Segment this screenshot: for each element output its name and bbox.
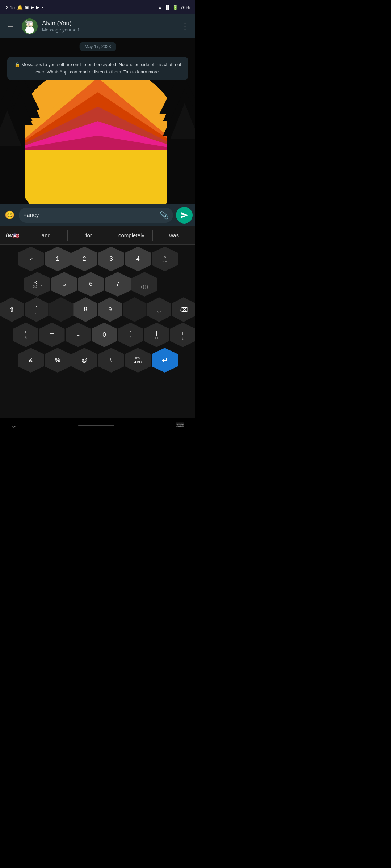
keyboard-row-5: & % @ # ¥?± ABC ↵ — [0, 348, 196, 373]
message-input-wrap[interactable]: 📎 — [19, 208, 173, 223]
key-3[interactable]: 3 — [98, 247, 124, 271]
key-4[interactable]: 4 — [125, 247, 151, 271]
message-input-bar: 😊 📎 — [0, 204, 196, 226]
key-empty-3 — [123, 297, 147, 322]
key-angle-brackets[interactable]: > < « — [152, 247, 178, 271]
svg-point-2 — [25, 26, 34, 34]
youtube-icon: ▶ — [31, 5, 34, 10]
key-backtick-star[interactable]: ` * — [118, 323, 143, 347]
key-empty-2 — [49, 297, 73, 322]
contact-name: Alvin (You) — [42, 20, 174, 27]
key-endash[interactable]: – — [66, 323, 91, 347]
svg-point-5 — [28, 23, 29, 24]
avatar-image — [22, 18, 38, 34]
keyboard-row-4: ° § — - – 0 ` * | / \ i ¿ — [13, 323, 196, 347]
suggestion-word-4[interactable]: was — [153, 232, 195, 238]
status-right: ▲ ▐▌ 🔋 76% — [158, 5, 190, 10]
status-time: 2:15 — [6, 5, 15, 10]
date-badge: May 17, 2023 — [80, 42, 116, 51]
svg-rect-28 — [177, 132, 185, 204]
notification-icon: 🔔 — [17, 5, 23, 10]
key-ampersand[interactable]: & — [18, 348, 44, 373]
key-degree-section[interactable]: ° § — [13, 323, 38, 347]
keyboard-switch-button[interactable]: ⌨ — [175, 421, 185, 429]
keyboard-row-1: ~ ^ 1 2 3 4 > < « — [0, 247, 196, 271]
key-comma-period[interactable]: ' , . — [25, 297, 49, 322]
signal-icon: ▐▌ — [164, 5, 170, 9]
battery-icon: 🔋 — [172, 5, 178, 10]
youtube2-icon: ▶ — [36, 5, 39, 10]
wifi-icon: ▲ — [158, 5, 163, 10]
nav-pill — [78, 425, 114, 426]
key-percent[interactable]: % — [45, 348, 71, 373]
swiftkey-logo: tw🇺🇸 — [0, 231, 25, 239]
back-button[interactable]: ← — [4, 19, 17, 34]
key-2[interactable]: 2 — [71, 247, 97, 271]
key-euro-dollar[interactable]: € = $ £ + ' — [24, 272, 50, 297]
key-7[interactable]: 7 — [105, 272, 131, 297]
emoji-icon: 😊 — [5, 210, 14, 220]
return-key[interactable]: ↵ — [152, 348, 178, 373]
more-options-button[interactable]: ⋮ — [178, 19, 192, 34]
svg-point-6 — [31, 23, 32, 24]
attach-button[interactable]: 📎 — [160, 211, 169, 220]
key-0[interactable]: 0 — [92, 323, 117, 347]
keyboard: ~ ^ 1 2 3 4 > < « € = $ £ + ' 5 6 7 [ ] … — [0, 245, 196, 418]
key-exclaim-question[interactable]: ! ? ' — [147, 297, 171, 322]
contact-subtitle: Message yourself — [42, 27, 174, 33]
key-1[interactable]: 1 — [45, 247, 71, 271]
key-tilde-caret[interactable]: ~ ^ — [18, 247, 44, 271]
key-at[interactable]: @ — [71, 348, 97, 373]
send-icon — [180, 211, 188, 219]
emoji-button[interactable]: 😊 — [3, 209, 16, 222]
keyboard-row-2: € = $ £ + ' 5 6 7 [ ] ( { ) } — [13, 272, 196, 297]
key-i-inverted[interactable]: i ¿ — [170, 323, 196, 347]
send-button[interactable] — [176, 207, 193, 224]
contact-info: Alvin (You) Message yourself — [42, 20, 174, 33]
key-6[interactable]: 6 — [78, 272, 104, 297]
bottom-bar: ⌄ ⌨ — [0, 418, 196, 432]
status-left: 2:15 🔔 ▣ ▶ ▶ ● — [6, 5, 43, 10]
suggestion-divider-5 — [195, 230, 196, 241]
encryption-notice[interactable]: 🔒 Messages to yourself are end-to-end en… — [7, 57, 188, 80]
sim-icon: ▣ — [25, 5, 29, 10]
key-switch-abc[interactable]: ¥?± ABC — [125, 348, 151, 373]
battery-level: 76% — [180, 5, 190, 10]
avatar[interactable] — [22, 18, 38, 34]
suggestion-bar: tw🇺🇸 and for completely was — [0, 226, 196, 245]
suggestion-word-1[interactable]: and — [25, 232, 67, 238]
keyboard-row-3: ⇧ ' , . 8 9 ! ? ' ⌫ — [0, 297, 196, 322]
key-hash[interactable]: # — [98, 348, 124, 373]
key-5[interactable]: 5 — [51, 272, 77, 297]
status-bar: 2:15 🔔 ▣ ▶ ▶ ● ▲ ▐▌ 🔋 76% — [0, 0, 196, 14]
suggestion-word-3[interactable]: completely — [110, 232, 153, 238]
key-8[interactable]: 8 — [73, 297, 97, 322]
suggestion-word-2[interactable]: for — [68, 232, 110, 238]
message-input[interactable] — [23, 212, 160, 218]
backspace-key[interactable]: ⌫ — [172, 297, 196, 322]
hide-keyboard-button[interactable]: ⌄ — [11, 421, 17, 430]
key-dash[interactable]: — - — [39, 323, 64, 347]
chat-area: May 17, 2023 🔒 Messages to yourself are … — [0, 38, 196, 204]
chat-header: ← Alvin (You) Message yourself ⋮ — [0, 14, 196, 38]
dot-icon: ● — [42, 6, 43, 9]
key-9[interactable]: 9 — [98, 297, 122, 322]
shift-key[interactable]: ⇧ — [0, 297, 24, 322]
key-pipe-slash[interactable]: | / \ — [144, 323, 169, 347]
key-brackets[interactable]: [ ] ( { ) } — [131, 272, 157, 297]
